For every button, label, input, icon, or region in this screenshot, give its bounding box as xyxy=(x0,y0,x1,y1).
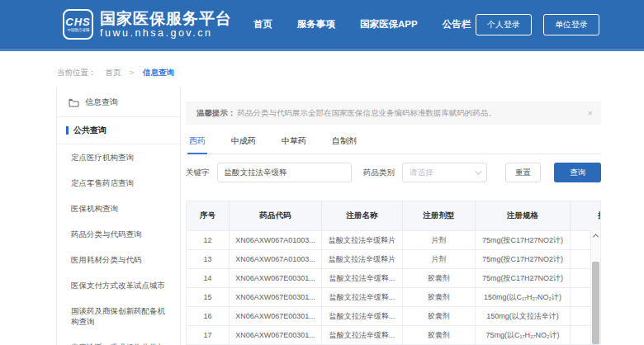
table-row[interactable]: 15 XN06AXW067E00301... 盐酸文拉法辛缓释... 胶囊剂 1… xyxy=(187,287,600,306)
cell-dosage-form: 胶囊剂 xyxy=(403,307,476,325)
cell-dosage-form: 胶囊剂 xyxy=(403,288,476,306)
sidebar-item-drug-code[interactable]: 药品分类与代码查询 xyxy=(57,221,180,247)
notice-label: 温馨提示： xyxy=(197,108,236,119)
nav-services[interactable]: 服务事项 xyxy=(297,18,335,31)
breadcrumb-separator: > xyxy=(130,68,135,77)
cell-index: 15 xyxy=(187,288,230,306)
cell-index: 16 xyxy=(187,307,230,325)
sidebar-root-info-query[interactable]: 信息查询 xyxy=(57,87,180,117)
cell-dosage-form: 片剂 xyxy=(403,231,476,249)
col-drug-code: 药品代码 xyxy=(230,201,322,230)
sidebar-item-consumables-code[interactable]: 医用耗材分类与代码 xyxy=(57,247,180,272)
reset-button[interactable]: 重置 xyxy=(505,163,542,182)
cell-registered-name: 盐酸文拉法辛缓释... xyxy=(322,326,403,344)
personal-login-button[interactable]: 个人登录 xyxy=(476,14,532,35)
table-row[interactable]: 13 XN06AXW067A01003... 盐酸文拉法辛缓释片 片剂 75mg… xyxy=(187,249,600,268)
breadcrumb-home[interactable]: 首页 xyxy=(105,68,121,77)
sidebar-item-insurance-agency[interactable]: 医保机构查询 xyxy=(57,196,180,221)
cell-specification: 75mg(按C17H27NO2计) xyxy=(476,269,571,287)
cell-index: 14 xyxy=(187,269,230,287)
sidebar-root-label: 信息查询 xyxy=(85,97,118,108)
table-row[interactable]: 16 XN06AXW067E00301... 盐酸文拉法辛缓释... 胶囊剂 1… xyxy=(187,306,600,325)
table-row[interactable]: 14 XN06AXW067E00301... 盐酸文拉法辛缓释... 胶囊剂 7… xyxy=(187,268,600,287)
category-select[interactable]: 请选择 xyxy=(402,163,487,182)
main-content: 温馨提示： 药品分类与代码展示全部在国家医保信息业务编码标准数据库赋码的药品。 … xyxy=(186,102,601,345)
table-row[interactable]: 12 XN06AXW067A01003... 盐酸文拉法辛缓释片 片剂 75mg… xyxy=(187,230,600,249)
nav-home[interactable]: 首页 xyxy=(253,18,272,31)
col-specification: 注册规格 xyxy=(476,201,571,230)
cell-registered-name: 盐酸文拉法辛缓释片 xyxy=(322,231,403,249)
nav-app[interactable]: 国家医保APP xyxy=(360,18,418,31)
cell-specification: 75mg(按C17H27NO2计) xyxy=(476,231,571,249)
section-accent-bar xyxy=(66,126,69,135)
cell-specification: 150mg(以文拉法辛计) xyxy=(476,307,571,325)
cell-specification: 75mg(以C₁₇H₂₇NO₂计) xyxy=(476,326,571,344)
category-label: 药品类别 xyxy=(363,168,395,178)
folder-icon xyxy=(69,98,79,107)
table-body: 12 XN06AXW067A01003... 盐酸文拉法辛缓释片 片剂 75mg… xyxy=(187,230,600,344)
cell-drug-code: XN06AXW067E00301... xyxy=(230,326,322,344)
sidebar: 信息查询 公共查询 定点医疗机构查询 定点零售药店查询 医保机构查询 药品分类与… xyxy=(56,87,181,345)
sidebar-item-diagnosis-code[interactable]: 疾病诊断、手术操作分类与代码 xyxy=(57,334,180,345)
search-button[interactable]: 查询 xyxy=(554,163,601,182)
cell-drug-code: XN06AXW067E00301... xyxy=(230,269,322,287)
page: CHS 中国医疗保障 国家医保服务平台 fuwu.nhsa.gov.cn 首页 … xyxy=(0,0,644,345)
top-header: CHS 中国医疗保障 国家医保服务平台 fuwu.nhsa.gov.cn 首页 … xyxy=(0,0,644,51)
tab-chinese-herbal[interactable]: 中草药 xyxy=(280,131,308,154)
sidebar-section-public-query[interactable]: 公共查询 xyxy=(57,117,180,144)
scrollbar-thumb[interactable] xyxy=(592,262,599,344)
cell-drug-code: XN06AXW067A01003... xyxy=(230,250,322,268)
brand: CHS 中国医疗保障 国家医保服务平台 fuwu.nhsa.gov.cn xyxy=(63,9,232,40)
notice-text: 药品分类与代码展示全部在国家医保信息业务编码标准数据库赋码的药品。 xyxy=(238,108,497,119)
sidebar-item-negotiated-drugs[interactable]: 国谈药及商保创新药配备机构查询 xyxy=(57,298,180,334)
scroll-up-arrow-icon[interactable] xyxy=(591,230,600,240)
notice-bar: 温馨提示： 药品分类与代码展示全部在国家医保信息业务编码标准数据库赋码的药品。 … xyxy=(186,102,601,125)
sidebar-item-designated-pharmacy[interactable]: 定点零售药店查询 xyxy=(57,170,180,196)
category-placeholder: 请选择 xyxy=(410,168,433,178)
cell-specification: 75mg(按C17H27NO2计) xyxy=(476,250,571,268)
cell-index: 13 xyxy=(187,250,230,268)
logo-subtext: 中国医疗保障 xyxy=(67,27,89,31)
tab-chinese-patent[interactable]: 中成药 xyxy=(230,131,258,154)
sidebar-section-label: 公共查询 xyxy=(73,125,107,136)
cell-dosage-form: 胶囊剂 xyxy=(403,326,476,344)
cell-drug-code: XN06AXW067E00301... xyxy=(230,288,322,306)
table-header-row: 序号 药品代码 注册名称 注册剂型 注册规格 批准文号 xyxy=(187,201,600,230)
nav-bulletin[interactable]: 公告栏 xyxy=(443,18,471,31)
breadcrumb: 当前位置： 首页 > 信息查询 xyxy=(57,68,174,78)
sidebar-list: 定点医疗机构查询 定点零售药店查询 医保机构查询 药品分类与代码查询 医用耗材分… xyxy=(57,144,180,345)
col-registered-name: 注册名称 xyxy=(322,201,403,230)
table-vertical-scrollbar[interactable] xyxy=(590,230,600,344)
chevron-down-icon xyxy=(475,168,481,174)
cell-specification: 150mg(以C₁₇H₂₇NO₂计) xyxy=(476,288,571,306)
login-group: 个人登录 单位登录 xyxy=(476,14,599,35)
table-row[interactable]: 17 XN06AXW067E00301... 盐酸文拉法辛缓释... 胶囊剂 7… xyxy=(187,325,600,344)
logo-text: CHS xyxy=(65,17,90,27)
cell-registered-name: 盐酸文拉法辛缓释... xyxy=(322,288,403,306)
cell-drug-code: XN06AXW067E00301... xyxy=(230,307,322,325)
col-dosage-form: 注册剂型 xyxy=(403,201,476,230)
breadcrumb-prefix: 当前位置： xyxy=(57,68,97,77)
chs-logo-icon: CHS 中国医疗保障 xyxy=(63,9,93,40)
top-nav: 首页 服务事项 国家医保APP 公告栏 xyxy=(253,18,471,31)
cell-registered-name: 盐酸文拉法辛缓释... xyxy=(322,307,403,325)
sidebar-item-designated-medical[interactable]: 定点医疗机构查询 xyxy=(57,144,180,170)
cell-index: 12 xyxy=(187,231,230,249)
col-approval-number: 批准文号 xyxy=(571,201,600,230)
close-icon[interactable]: × xyxy=(588,108,593,118)
cell-registered-name: 盐酸文拉法辛缓释... xyxy=(322,269,403,287)
keyword-label: 关键字 xyxy=(186,168,210,178)
tab-self-prepared[interactable]: 自制剂 xyxy=(330,131,358,154)
sidebar-item-payment-reform[interactable]: 医保支付方式改革试点城市 xyxy=(57,272,180,298)
col-index: 序号 xyxy=(187,201,230,230)
tab-western-medicine[interactable]: 西药 xyxy=(187,131,207,154)
org-login-button[interactable]: 单位登录 xyxy=(543,14,599,35)
site-title: 国家医保服务平台 xyxy=(100,10,232,27)
cell-drug-code: XN06AXW067A01003... xyxy=(230,231,322,249)
search-form: 关键字 药品类别 请选择 重置 查询 xyxy=(186,163,601,182)
drug-type-tabs: 西药 中成药 中草药 自制剂 xyxy=(186,131,601,154)
keyword-input[interactable] xyxy=(217,163,352,182)
breadcrumb-current[interactable]: 信息查询 xyxy=(143,68,174,77)
results-table: 序号 药品代码 注册名称 注册剂型 注册规格 批准文号 12 XN06AXW06… xyxy=(186,201,601,345)
cell-dosage-form: 片剂 xyxy=(403,250,476,268)
